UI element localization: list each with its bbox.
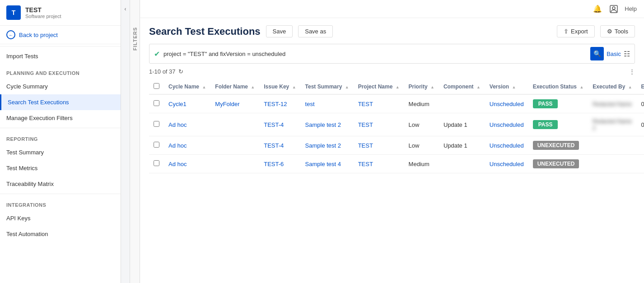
tools-button[interactable]: ⚙ Tools	[600, 25, 635, 37]
row-folder-name[interactable]	[210, 136, 259, 155]
row-checkbox-cell[interactable]	[149, 113, 164, 136]
row-test-summary[interactable]: test	[301, 94, 354, 113]
row-test-summary[interactable]: Sample test 2	[301, 136, 354, 155]
row-test-summary[interactable]: Sample test 2	[301, 113, 354, 136]
project-name-link[interactable]: TEST	[358, 101, 373, 107]
row-checkbox-cell[interactable]	[149, 136, 164, 155]
sidebar-item-traceability-matrix[interactable]: Traceability Matrix	[0, 176, 121, 192]
project-name: TEST	[25, 6, 61, 14]
project-name-link[interactable]: TEST	[358, 121, 373, 128]
row-checkbox[interactable]	[154, 121, 159, 127]
test-summary-link[interactable]: Sample test 2	[305, 142, 341, 149]
col-cycle-name[interactable]: Cycle Name ▲	[164, 79, 210, 94]
row-cycle-name[interactable]: Ad hoc	[164, 136, 210, 155]
row-issue-key[interactable]: TEST-12	[259, 94, 300, 113]
back-to-project-link[interactable]: ← Back to project	[0, 26, 121, 44]
col-component[interactable]: Component ▲	[439, 79, 485, 94]
row-executed-by	[588, 136, 636, 155]
row-version: Unscheduled	[485, 136, 528, 155]
test-summary-link[interactable]: test	[305, 101, 315, 107]
row-folder-name[interactable]	[210, 155, 259, 173]
sidebar-item-cycle-summary[interactable]: Cycle Summary	[0, 79, 121, 94]
row-execution-status: UNEXECUTED	[528, 136, 588, 155]
search-icon: 🔍	[593, 50, 601, 57]
sort-icon: ▲	[251, 85, 255, 89]
basic-mode-link[interactable]: Basic	[607, 51, 621, 57]
row-project-name: TEST	[354, 113, 404, 136]
list-view-icon[interactable]: ☷	[624, 50, 630, 58]
row-issue-key[interactable]: TEST-6	[259, 155, 300, 173]
export-button[interactable]: ⇧ Export	[557, 25, 595, 37]
search-actions: 🔍 Basic ☷	[590, 47, 630, 60]
sidebar-item-manage-execution-filters[interactable]: Manage Execution Filters	[0, 110, 121, 126]
col-version[interactable]: Version ▲	[485, 79, 528, 94]
sidebar-section-reporting: REPORTING	[0, 130, 121, 144]
notification-icon[interactable]: 🔔	[592, 4, 603, 14]
search-button[interactable]: 🔍	[590, 47, 604, 60]
col-project-name[interactable]: Project Name ▲	[354, 79, 404, 94]
user-settings-icon[interactable]	[608, 4, 619, 14]
row-checkbox[interactable]	[154, 142, 159, 148]
project-name-link[interactable]: TEST	[358, 161, 373, 167]
project-name-link[interactable]: TEST	[358, 142, 373, 149]
sidebar-item-test-metrics[interactable]: Test Metrics	[0, 160, 121, 176]
table-row: Ad hoc TEST-4 Sample test 2 TEST Low Upd…	[149, 136, 644, 155]
row-checkbox-cell[interactable]	[149, 155, 164, 173]
col-execution-status[interactable]: Execution Status ▲	[528, 79, 588, 94]
col-issue-key[interactable]: Issue Key ▲	[259, 79, 300, 94]
row-folder-name[interactable]	[210, 113, 259, 136]
select-all-col[interactable]	[149, 79, 164, 94]
sidebar-item-test-summary[interactable]: Test Summary	[0, 144, 121, 160]
cycle-name-link[interactable]: Ad hoc	[168, 161, 187, 167]
sort-icon: ▲	[292, 85, 296, 89]
cycle-name-link[interactable]: Cycle1	[168, 101, 187, 107]
row-folder-name[interactable]: MyFolder	[210, 94, 259, 113]
row-cycle-name[interactable]: Ad hoc	[164, 155, 210, 173]
search-input[interactable]	[163, 51, 587, 57]
row-test-summary[interactable]: Sample test 4	[301, 155, 354, 173]
collapse-icon[interactable]: ‹	[121, 5, 130, 14]
table-header-row: Cycle Name ▲ Folder Name ▲ Issue Key ▲ T…	[149, 79, 644, 94]
row-cycle-name[interactable]: Ad hoc	[164, 113, 210, 136]
issue-key-link[interactable]: TEST-12	[264, 101, 287, 107]
version-link[interactable]: Unscheduled	[490, 161, 524, 167]
test-summary-link[interactable]: Sample test 2	[305, 121, 341, 128]
version-link[interactable]: Unscheduled	[490, 101, 524, 107]
row-issue-key[interactable]: TEST-4	[259, 113, 300, 136]
col-executed-by[interactable]: Executed By ▲	[588, 79, 636, 94]
row-checkbox[interactable]	[154, 160, 159, 166]
sidebar-item-api-keys[interactable]: API Keys	[0, 210, 121, 226]
svg-point-1	[612, 7, 615, 9]
issue-key-link[interactable]: TEST-6	[264, 161, 284, 167]
version-link[interactable]: Unscheduled	[490, 121, 524, 128]
refresh-icon[interactable]: ↻	[178, 68, 183, 75]
issue-key-link[interactable]: TEST-4	[264, 142, 284, 149]
row-checkbox[interactable]	[154, 100, 159, 106]
help-label[interactable]: Help	[625, 5, 637, 12]
row-checkbox-cell[interactable]	[149, 94, 164, 113]
col-folder-name[interactable]: Folder Name ▲	[210, 79, 259, 94]
folder-name-link[interactable]: MyFolder	[215, 101, 239, 107]
row-issue-key[interactable]: TEST-4	[259, 136, 300, 155]
results-table: Cycle Name ▲ Folder Name ▲ Issue Key ▲ T…	[149, 79, 644, 173]
issue-key-link[interactable]: TEST-4	[264, 121, 284, 128]
row-project-name: TEST	[354, 136, 404, 155]
cycle-name-link[interactable]: Ad hoc	[168, 121, 187, 128]
test-summary-link[interactable]: Sample test 4	[305, 161, 341, 167]
sidebar-header: T TEST Software project	[0, 0, 121, 26]
col-test-summary[interactable]: Test Summary ▲	[301, 79, 354, 94]
app-logo: T	[6, 5, 21, 20]
sidebar-item-test-automation[interactable]: Test Automation	[0, 226, 121, 242]
row-cycle-name[interactable]: Cycle1	[164, 94, 210, 113]
version-link[interactable]: Unscheduled	[490, 142, 524, 149]
select-all-checkbox[interactable]	[154, 83, 159, 89]
col-executed-on[interactable]: Executed On	[637, 79, 644, 94]
save-button[interactable]: Save	[266, 25, 293, 37]
save-as-button[interactable]: Save as	[298, 25, 333, 37]
sidebar-collapse-handle[interactable]: ‹	[121, 0, 130, 283]
cycle-name-link[interactable]: Ad hoc	[168, 142, 187, 149]
sidebar-item-search-test-executions[interactable]: Search Test Executions	[0, 94, 121, 110]
sidebar-item-import-tests[interactable]: Import Tests	[0, 48, 121, 64]
col-priority[interactable]: Priority ▲	[404, 79, 439, 94]
more-actions-icon[interactable]: ⋮	[629, 68, 635, 75]
